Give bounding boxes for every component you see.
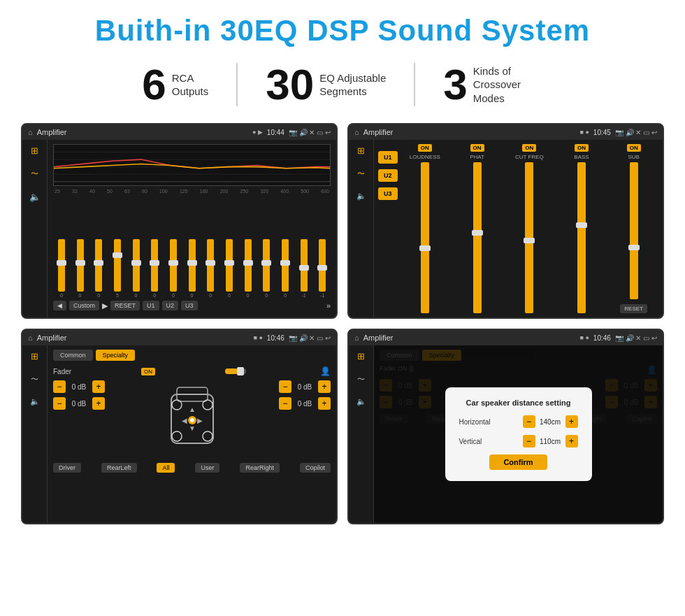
dist-wave-icon[interactable]: 〜	[357, 374, 365, 385]
screens-grid: Amplifier ● ▶ 10:44 📷 🔊 ✕ ▭ ↩ ⊞ 〜 🔈	[21, 123, 664, 524]
amp-loudness-on[interactable]: ON	[418, 144, 432, 152]
fader-minus-3[interactable]: −	[279, 380, 291, 393]
eq-play-btn[interactable]: ▶	[102, 301, 108, 310]
home-icon[interactable]	[28, 128, 33, 136]
fader-copilot-btn[interactable]: Copilot	[300, 463, 331, 473]
eq-slider-15: -1	[314, 239, 331, 298]
stat-number-crossover: 3	[443, 63, 467, 106]
amp-screen-title: Amplifier	[363, 128, 576, 136]
amp-cutfreq-col: ON CUT FREQ	[505, 144, 554, 313]
amp-phat-on[interactable]: ON	[470, 144, 484, 152]
main-title: Buith-in 30EQ DSP Sound System	[21, 14, 664, 48]
eq-preset-label[interactable]: Custom	[69, 301, 99, 310]
svg-point-10	[172, 431, 182, 441]
amp-bass-slider[interactable]	[577, 162, 586, 313]
fader-rearleft-btn[interactable]: RearLeft	[101, 463, 137, 473]
fader-all-btn[interactable]: All	[157, 463, 175, 473]
amp-loudness-col: ON LOUDNESS	[401, 144, 450, 313]
eq-slider-10: 0	[221, 239, 238, 298]
eq-topbar: Amplifier ● ▶ 10:44 📷 🔊 ✕ ▭ ↩	[22, 124, 336, 140]
amp-cutfreq-on[interactable]: ON	[522, 144, 536, 152]
stat-rca: 6 RCAOutputs	[114, 63, 238, 106]
eq-slider-11: 0	[240, 239, 257, 298]
fader-minus-4[interactable]: −	[279, 397, 291, 410]
eq-slider-7: 0	[165, 239, 182, 298]
amp-phat-slider[interactable]	[473, 162, 482, 313]
dialog-vertical-minus[interactable]: −	[523, 435, 535, 447]
fader-user-btn[interactable]: User	[195, 463, 219, 473]
dialog-vertical-controls: − 110cm +	[523, 435, 578, 447]
fader-plus-4[interactable]: +	[318, 397, 331, 410]
dialog-confirm-button[interactable]: Confirm	[489, 454, 547, 470]
eq-reset-btn[interactable]: RESET	[110, 301, 140, 310]
fader-rearright-btn[interactable]: RearRight	[240, 463, 280, 473]
eq-filter-icon[interactable]: ⊞	[31, 145, 38, 156]
amp-filter-icon[interactable]: ⊞	[357, 145, 365, 156]
eq-u1-btn[interactable]: U1	[143, 301, 159, 310]
dist-screen-title: Amplifier	[363, 334, 576, 342]
eq-sidebar: ⊞ 〜 🔈	[22, 140, 48, 317]
amp-bass-on[interactable]: ON	[575, 144, 589, 152]
amp-speaker-icon[interactable]: 🔈	[356, 192, 366, 201]
amp-u3-btn[interactable]: U3	[378, 187, 398, 200]
fader-tab-specialty[interactable]: Specialty	[96, 350, 136, 361]
eq-screen-body: ⊞ 〜 🔈	[22, 140, 336, 317]
fader-filter-icon[interactable]: ⊞	[31, 351, 38, 361]
dialog-horizontal-minus[interactable]: −	[523, 415, 535, 428]
amp-topbar-icons: 📷 🔊 ✕ ▭ ↩	[615, 129, 657, 136]
amp-sub-on[interactable]: ON	[627, 144, 641, 152]
eq-slider-4: 5	[109, 239, 126, 298]
amp-u2-btn[interactable]: U2	[378, 169, 398, 182]
fader-minus-1[interactable]: −	[53, 380, 66, 393]
dist-speaker-icon[interactable]: 🔈	[356, 397, 366, 406]
fader-plus-2[interactable]: +	[92, 397, 105, 410]
page-container: Buith-in 30EQ DSP Sound System 6 RCAOutp…	[0, 0, 685, 538]
fader-person-icon[interactable]: 👤	[320, 366, 331, 376]
eq-sliders-row: 0 0 0 5	[53, 198, 331, 298]
fader-horiz-slider[interactable]	[225, 368, 246, 374]
fader-plus-3[interactable]: +	[318, 380, 331, 393]
dist-home-icon[interactable]	[354, 334, 359, 342]
eq-slider-12: 0	[258, 239, 275, 298]
stat-number-rca: 6	[142, 63, 166, 106]
eq-wave-icon[interactable]: 〜	[31, 169, 38, 179]
fader-topbar: Amplifier ■ ● 10:46 📷 🔊 ✕ ▭ ↩	[22, 330, 336, 345]
fader-speaker-icon[interactable]: 🔈	[30, 397, 40, 406]
fader-wave-icon[interactable]: 〜	[31, 374, 38, 385]
fader-db-val-1: 0 dB	[68, 383, 89, 391]
svg-text:▶: ▶	[197, 417, 203, 424]
eq-prev-btn[interactable]: ◀	[53, 301, 66, 310]
dialog-horizontal-plus[interactable]: +	[565, 415, 578, 428]
eq-bottom-bar: ◀ Custom ▶ RESET U1 U2 U3 »	[53, 298, 331, 313]
dialog-vertical-plus[interactable]: +	[565, 435, 578, 447]
eq-u3-btn[interactable]: U3	[181, 301, 198, 310]
amp-loudness-label: LOUDNESS	[410, 154, 440, 160]
svg-rect-0	[54, 145, 330, 185]
amp-reset-btn[interactable]: RESET	[620, 304, 647, 313]
fader-db-val-4: 0 dB	[294, 400, 315, 408]
amp-sidebar: ⊞ 〜 🔈	[349, 140, 374, 317]
dialog-vertical-row: Vertical − 110cm +	[459, 435, 578, 447]
fader-plus-1[interactable]: +	[92, 380, 105, 393]
fader-on-badge[interactable]: ON	[141, 368, 155, 375]
amp-cutfreq-slider[interactable]	[525, 162, 533, 313]
fader-minus-2[interactable]: −	[53, 397, 66, 410]
amp-u1-btn[interactable]: U1	[378, 151, 398, 164]
amp-loudness-slider[interactable]	[421, 162, 429, 313]
amp-sub-slider[interactable]	[630, 162, 638, 299]
dialog-horizontal-row: Horizontal − 140cm +	[459, 415, 578, 428]
fader-home-icon[interactable]	[28, 334, 33, 342]
svg-text:▼: ▼	[189, 424, 196, 432]
fader-driver-btn[interactable]: Driver	[53, 463, 81, 473]
dist-filter-icon[interactable]: ⊞	[357, 351, 365, 361]
dialog-vertical-label: Vertical	[459, 438, 498, 445]
eq-speaker-icon[interactable]: 🔈	[29, 192, 41, 202]
fader-db-val-3: 0 dB	[294, 383, 315, 391]
fader-tab-common[interactable]: Common	[53, 350, 93, 361]
amp-wave-icon[interactable]: 〜	[357, 169, 365, 179]
amp-phat-col: ON PHAT	[452, 144, 502, 313]
eq-slider-13: 0	[277, 239, 294, 298]
eq-u2-btn[interactable]: U2	[162, 301, 179, 310]
amp-home-icon[interactable]	[354, 128, 359, 136]
amp-cutfreq-label: CUT FREQ	[515, 154, 544, 160]
